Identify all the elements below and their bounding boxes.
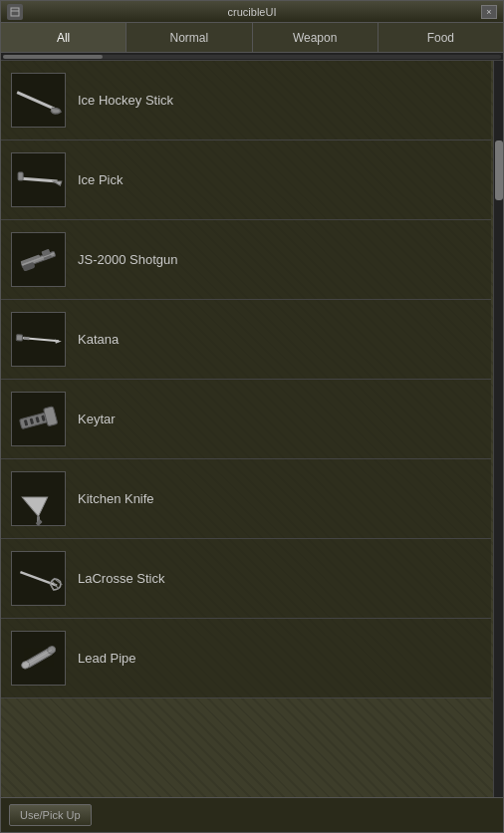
bottom-bar: Use/Pick Up [1,797,503,832]
item-name-shotgun: JS-2000 Shotgun [78,252,177,267]
item-icon-keytar [11,392,66,446]
item-name-katana: Katana [78,332,119,347]
item-icon-katana [11,312,66,367]
window-title: crucibleUI [23,6,481,18]
svg-line-24 [20,560,57,598]
svg-rect-13 [16,335,23,342]
svg-marker-5 [53,177,63,187]
item-name-hockey-stick: Ice Hockey Stick [78,93,173,108]
item-icon-shotgun [11,232,66,287]
item-name-keytar: Keytar [78,412,116,426]
item-name-lacrosse: LaCrosse Stick [78,571,164,586]
svg-line-3 [19,160,57,198]
item-icon-kitchen-knife [11,471,66,526]
item-name-ice-pick: Ice Pick [78,172,124,187]
main-window: crucibleUI × All Normal Weapon Food [0,0,504,833]
tab-bar: All Normal Weapon Food [1,23,503,53]
scrollbar-thumb-h[interactable] [3,55,103,59]
tab-normal[interactable]: Normal [126,23,252,52]
list-item[interactable]: Ice Pick [1,140,491,220]
list-item[interactable]: JS-2000 Shotgun [1,220,491,300]
window-icon [7,4,23,20]
item-name-kitchen-knife: Kitchen Knife [78,491,154,506]
svg-marker-21 [21,484,53,516]
svg-line-14 [24,336,30,342]
svg-line-2 [17,81,54,122]
list-item[interactable]: LaCrosse Stick [1,539,491,619]
content-area: Ice Hockey Stick Ice Pick [1,61,503,797]
tab-food[interactable]: Food [378,23,503,52]
item-icon-ice-pick [11,152,66,207]
title-bar: crucibleUI × [1,1,503,23]
use-pickup-button[interactable]: Use/Pick Up [9,804,92,826]
list-item[interactable]: Keytar [1,380,491,459]
svg-rect-4 [18,172,23,180]
list-item[interactable]: Ice Hockey Stick [1,61,491,140]
tab-all[interactable]: All [1,23,126,52]
list-item[interactable]: Lead Pipe [1,619,491,698]
close-button[interactable]: × [481,5,497,19]
item-icon-hockey-stick [11,73,66,128]
list-item[interactable]: Kitchen Knife [1,459,491,539]
vertical-scrollbar[interactable] [493,61,503,797]
svg-rect-23 [36,519,43,526]
svg-rect-0 [11,8,19,16]
scrollbar-track-h [3,55,501,59]
tab-weapon[interactable]: Weapon [253,23,378,52]
list-item[interactable]: Katana [1,300,491,380]
items-list: Ice Hockey Stick Ice Pick [1,61,503,797]
svg-line-31 [26,650,52,665]
item-icon-lacrosse [11,551,66,606]
horizontal-scrollbar[interactable] [1,53,503,61]
item-name-lead-pipe: Lead Pipe [78,651,136,666]
item-icon-lead-pipe [11,631,66,686]
scrollbar-thumb-v[interactable] [495,140,503,200]
